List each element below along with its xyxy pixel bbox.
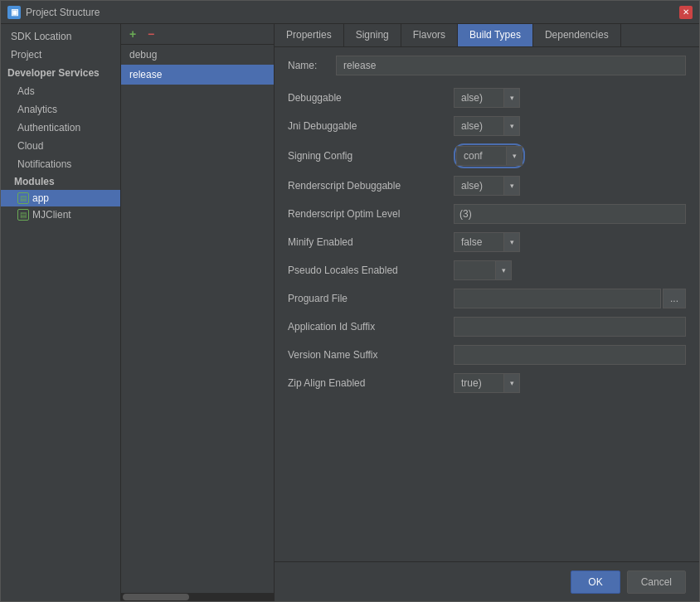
zip-align-enabled-dropdown-button[interactable]: ▾ [503, 373, 520, 393]
minify-enabled-label: Minify Enabled [288, 236, 454, 248]
build-type-release[interactable]: release [121, 65, 274, 85]
version-name-suffix-input[interactable] [454, 345, 686, 365]
build-types-list: debug release [121, 45, 274, 593]
renderscript-debuggable-row: Renderscript Debuggable alse) ▾ [288, 175, 686, 197]
debuggable-value: alse) [454, 88, 503, 108]
sidebar-item-project[interactable]: Project [1, 46, 120, 64]
renderscript-optim-label: Renderscript Optim Level [288, 208, 454, 220]
form-area: Name: Debuggable alse) ▾ Jni Debuggab [275, 47, 699, 561]
sidebar: SDK Location Project Developer Services … [1, 24, 121, 601]
sidebar-item-ads[interactable]: Ads [1, 82, 120, 100]
debuggable-control: alse) ▾ [454, 88, 686, 108]
pseudo-locales-row: Pseudo Locales Enabled ▾ [288, 260, 686, 281]
renderscript-debuggable-control: alse) ▾ [454, 176, 686, 196]
sidebar-module-mjclient-label: MJClient [32, 209, 71, 221]
minify-enabled-value: false [454, 232, 503, 252]
mid-scroll-thumb [123, 594, 189, 600]
tabs-bar: Properties Signing Flavors Build Types D… [275, 24, 699, 47]
pseudo-locales-label: Pseudo Locales Enabled [288, 265, 454, 276]
debuggable-select-group: alse) ▾ [454, 88, 520, 108]
zip-align-enabled-row: Zip Align Enabled true) ▾ [288, 372, 686, 394]
cancel-button[interactable]: Cancel [627, 570, 686, 594]
bottom-bar: OK Cancel [275, 561, 699, 601]
minify-enabled-dropdown-button[interactable]: ▾ [503, 232, 520, 252]
application-id-suffix-row: Application Id Suffix [288, 316, 686, 337]
name-label: Name: [288, 60, 329, 71]
name-row: Name: [288, 56, 686, 75]
sidebar-item-notifications[interactable]: Notifications [1, 155, 120, 173]
tab-properties[interactable]: Properties [275, 24, 344, 46]
window-title: Project Structure [26, 7, 674, 18]
renderscript-debuggable-value: alse) [454, 176, 503, 196]
app-icon: ▣ [7, 6, 21, 19]
sidebar-item-cloud[interactable]: Cloud [1, 137, 120, 155]
tab-flavors[interactable]: Flavors [401, 24, 458, 46]
minify-enabled-select-group: false ▾ [454, 232, 520, 252]
tab-build-types[interactable]: Build Types [458, 24, 533, 46]
sidebar-item-sdk-location[interactable]: SDK Location [1, 27, 120, 46]
application-id-suffix-control [454, 317, 686, 337]
add-build-type-button[interactable]: + [124, 26, 141, 42]
renderscript-debuggable-select-group: alse) ▾ [454, 176, 520, 196]
mid-scrollbar[interactable] [121, 593, 274, 601]
renderscript-debuggable-label: Renderscript Debuggable [288, 180, 454, 192]
debuggable-label: Debuggable [288, 92, 454, 104]
close-button[interactable]: ✕ [679, 6, 693, 19]
signing-config-control: conf ▾ [454, 143, 686, 168]
minify-enabled-row: Minify Enabled false ▾ [288, 231, 686, 253]
sidebar-module-mjclient[interactable]: ▤ MJClient [1, 206, 120, 223]
zip-align-enabled-label: Zip Align Enabled [288, 377, 454, 389]
jni-debuggable-select-group: alse) ▾ [454, 116, 520, 136]
signing-config-dropdown-button[interactable]: ▾ [506, 146, 523, 166]
version-name-suffix-row: Version Name Suffix [288, 344, 686, 366]
pseudo-locales-control: ▾ [454, 260, 686, 280]
tab-signing[interactable]: Signing [344, 24, 401, 46]
pseudo-locales-value [454, 260, 495, 280]
title-bar: ▣ Project Structure ✕ [1, 1, 699, 24]
renderscript-optim-control: (3) [454, 204, 686, 224]
mid-toolbar: + − [121, 24, 274, 45]
version-name-suffix-control [454, 345, 686, 365]
sidebar-item-authentication[interactable]: Authentication [1, 119, 120, 137]
application-id-suffix-input[interactable] [454, 317, 686, 337]
signing-config-row: Signing Config conf ▾ [288, 143, 686, 168]
proguard-file-control: ... [454, 289, 686, 308]
sidebar-module-app-label: app [32, 192, 49, 204]
build-type-debug[interactable]: debug [121, 45, 274, 65]
jni-debuggable-label: Jni Debuggable [288, 120, 454, 132]
minify-enabled-control: false ▾ [454, 232, 686, 252]
remove-build-type-button[interactable]: − [143, 26, 159, 42]
signing-config-value: conf [456, 146, 506, 166]
signing-config-highlight-ring: conf ▾ [454, 143, 525, 168]
renderscript-optim-row: Renderscript Optim Level (3) [288, 203, 686, 225]
proguard-file-label: Proguard File [288, 293, 454, 304]
mid-panel: + − debug release [121, 24, 275, 601]
sidebar-item-analytics[interactable]: Analytics [1, 100, 120, 119]
zip-align-enabled-select-group: true) ▾ [454, 373, 520, 393]
pseudo-locales-select-group: ▾ [454, 260, 512, 280]
jni-debuggable-row: Jni Debuggable alse) ▾ [288, 115, 686, 137]
proguard-file-browse-button[interactable]: ... [663, 289, 686, 308]
pseudo-locales-dropdown-button[interactable]: ▾ [495, 260, 512, 280]
signing-config-label: Signing Config [288, 150, 454, 162]
version-name-suffix-label: Version Name Suffix [288, 349, 454, 361]
sidebar-module-app[interactable]: ▤ app [1, 190, 120, 206]
ok-button[interactable]: OK [571, 570, 620, 594]
debuggable-dropdown-button[interactable]: ▾ [503, 88, 520, 108]
zip-align-enabled-value: true) [454, 373, 503, 393]
sidebar-subsection-modules: Modules [1, 173, 120, 190]
renderscript-debuggable-dropdown-button[interactable]: ▾ [503, 176, 520, 196]
module-mjclient-icon: ▤ [17, 209, 29, 221]
proguard-file-row: Proguard File ... [288, 288, 686, 309]
tab-dependencies[interactable]: Dependencies [533, 24, 621, 46]
proguard-file-input[interactable] [454, 289, 661, 308]
sidebar-section-developer-services: Developer Services [1, 64, 120, 82]
module-app-icon: ▤ [17, 192, 29, 204]
debuggable-row: Debuggable alse) ▾ [288, 87, 686, 109]
jni-debuggable-value: alse) [454, 116, 503, 136]
zip-align-enabled-control: true) ▾ [454, 373, 686, 393]
jni-debuggable-dropdown-button[interactable]: ▾ [503, 116, 520, 136]
right-panel: Properties Signing Flavors Build Types D… [275, 24, 699, 601]
renderscript-optim-value: (3) [454, 204, 686, 224]
name-input[interactable] [336, 56, 686, 75]
